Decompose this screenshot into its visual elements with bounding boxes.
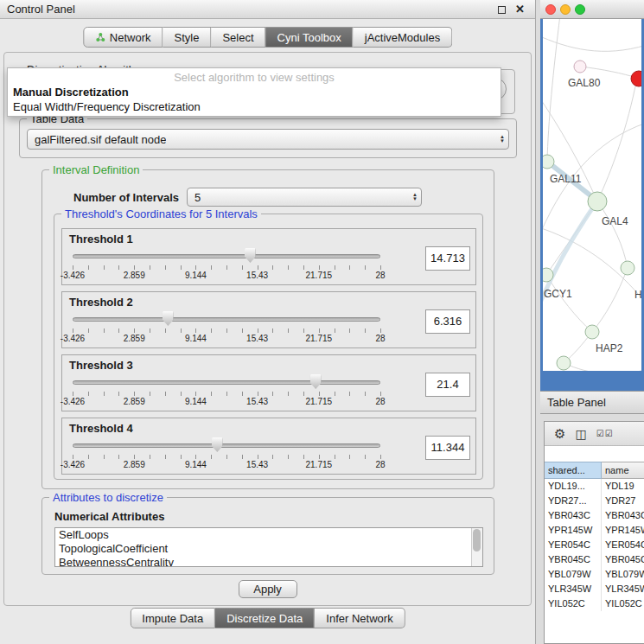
float-window-icon[interactable] xyxy=(498,6,506,14)
threshold-2-value-field[interactable]: 6.316 xyxy=(425,309,470,334)
tab-select[interactable]: Select xyxy=(211,27,265,48)
scale-label: 21.715 xyxy=(306,271,333,280)
table-row[interactable]: YBL079WYBL079W xyxy=(545,567,644,582)
cell[interactable]: YDL19... xyxy=(545,479,602,494)
column-header-name[interactable]: name xyxy=(602,462,644,479)
scale-label: 21.715 xyxy=(306,460,333,469)
table-row[interactable]: YLR345WYLR345W xyxy=(545,582,644,596)
table-row[interactable]: YER054CYER054C xyxy=(545,538,644,552)
table-row[interactable]: YPR145WYPR145W xyxy=(545,523,644,538)
threshold-4-value-field[interactable]: 11.344 xyxy=(425,436,470,460)
tab-style[interactable]: Style xyxy=(163,27,212,48)
gear-icon[interactable]: ⚙ xyxy=(554,427,565,440)
scale-label: 15.43 xyxy=(246,334,268,343)
table-row[interactable]: YBR045CYBR045C xyxy=(545,552,644,567)
cell[interactable]: YDR27 xyxy=(602,494,644,508)
cell[interactable]: YBR045C xyxy=(545,552,602,567)
tab-label: Cyni Toolbox xyxy=(277,31,341,44)
slider-thumb[interactable] xyxy=(245,248,256,263)
tab-jactivemodules[interactable]: jActiveModules xyxy=(354,27,452,48)
scale-label: 15.43 xyxy=(246,271,268,280)
number-of-intervals-label: Number of Intervals xyxy=(73,191,179,204)
cell[interactable]: YIL052C xyxy=(602,596,644,611)
table-row[interactable]: YDR27...YDR27 xyxy=(545,494,644,508)
threshold-label: Threshold 4 xyxy=(69,422,133,435)
cell[interactable]: YLR345W xyxy=(602,582,644,596)
cell[interactable]: YDL19 xyxy=(602,479,644,494)
cell[interactable]: YBL079W xyxy=(602,567,644,582)
scrollbar[interactable] xyxy=(471,528,482,566)
scale-label: 28 xyxy=(375,271,385,280)
scale-label: -3.426 xyxy=(61,460,85,469)
group-label: Interval Definition xyxy=(49,163,143,176)
scale-label: -3.426 xyxy=(61,271,85,280)
column-header-shared-name[interactable]: shared... xyxy=(545,462,602,479)
popup-placeholder: Select algorithm to view settings xyxy=(8,70,501,85)
threshold-1-value-field[interactable]: 14.713 xyxy=(425,246,470,271)
node xyxy=(621,261,634,275)
combobox-value: 5 xyxy=(194,188,201,206)
tab-impute-data[interactable]: Impute Data xyxy=(130,608,215,628)
node-label: GAL11 xyxy=(550,173,582,185)
cell[interactable]: YPR145W xyxy=(545,523,602,538)
threshold-3-value-field[interactable]: 21.4 xyxy=(425,373,470,397)
slider-thumb[interactable] xyxy=(212,437,223,452)
network-view-window: GAL80 GAL11 GAL4 GCY1 HAP2 H xyxy=(540,0,644,391)
popup-option-manual-discretization[interactable]: Manual Discretization xyxy=(8,85,501,99)
table-data-combobox[interactable]: galFiltered.sif default node ▲ ▼ xyxy=(27,129,509,150)
stepper-down-icon: ▼ xyxy=(500,139,505,143)
network-canvas[interactable]: GAL80 GAL11 GAL4 GCY1 HAP2 H xyxy=(543,19,641,371)
node-label: H xyxy=(634,289,641,301)
list-item[interactable]: SelfLoops xyxy=(55,528,482,542)
cell[interactable]: YER054C xyxy=(602,538,644,552)
minimize-button[interactable] xyxy=(560,4,571,15)
scale-label: -3.426 xyxy=(61,397,85,406)
tab-discretize-data[interactable]: Discretize Data xyxy=(215,608,315,628)
table-row[interactable]: YDL19...YDL19 xyxy=(545,479,644,494)
cell[interactable]: YIL052C xyxy=(545,596,602,611)
slider-scale: -3.426 2.859 9.144 15.43 21.715 28 xyxy=(73,334,380,344)
table-row[interactable]: YBR043CYBR043C xyxy=(545,508,644,523)
slider-thumb[interactable] xyxy=(310,374,322,389)
table-row[interactable]: YIL052CYIL052C xyxy=(545,596,644,611)
node-label: GCY1 xyxy=(544,288,572,300)
cell[interactable]: YDR27... xyxy=(545,494,602,508)
cell[interactable]: YBL079W xyxy=(545,567,602,582)
cell[interactable]: YBR043C xyxy=(545,508,602,523)
cell[interactable]: YPR145W xyxy=(602,523,644,538)
table-panel-header[interactable]: Table Panel xyxy=(540,391,644,414)
tab-network[interactable]: Network xyxy=(83,27,163,48)
tab-infer-network[interactable]: Infer Network xyxy=(315,608,405,628)
cell[interactable]: YBR045C xyxy=(602,552,644,567)
close-icon[interactable]: ✕ xyxy=(515,2,525,17)
threshold-2-slider[interactable] xyxy=(73,311,380,327)
scale-label: 15.43 xyxy=(246,397,268,406)
scale-label: 2.859 xyxy=(124,460,145,469)
threshold-1-slider[interactable] xyxy=(73,248,380,264)
cell[interactable]: YER054C xyxy=(545,538,602,552)
attributes-group: Attributes to discretize Numerical Attri… xyxy=(41,497,494,575)
list-item[interactable]: BetweennessCentrality xyxy=(55,556,482,567)
close-button[interactable] xyxy=(545,4,556,15)
node-label: GAL4 xyxy=(602,215,628,227)
attributes-list[interactable]: SelfLoops TopologicalCoefficient Between… xyxy=(54,527,483,567)
slider-thumb[interactable] xyxy=(163,311,174,326)
threshold-3-slider[interactable] xyxy=(73,374,380,390)
scrollbar-thumb[interactable] xyxy=(473,529,481,552)
cell[interactable]: YLR345W xyxy=(545,582,602,596)
zoom-button[interactable] xyxy=(575,4,585,15)
apply-button[interactable]: Apply xyxy=(239,580,297,598)
scale-label: 2.859 xyxy=(124,397,145,406)
popup-option-equal-width[interactable]: Equal Width/Frequency Discretization xyxy=(8,99,501,114)
threshold-label: Threshold 2 xyxy=(69,296,133,309)
scale-label: 2.859 xyxy=(124,334,145,343)
list-item[interactable]: TopologicalCoefficient xyxy=(55,542,482,556)
threshold-4-slider[interactable] xyxy=(73,437,380,453)
tab-cyni-toolbox[interactable]: Cyni Toolbox xyxy=(266,27,354,48)
cell[interactable]: YBR043C xyxy=(602,508,644,523)
columns-icon[interactable]: ◫ xyxy=(575,428,586,440)
tab-label: Style xyxy=(175,31,200,44)
select-rows-icon[interactable]: ☑☑ xyxy=(596,429,614,438)
number-of-intervals-combobox[interactable]: 5 ▲ ▼ xyxy=(187,188,422,207)
scale-label: 9.144 xyxy=(185,271,207,280)
